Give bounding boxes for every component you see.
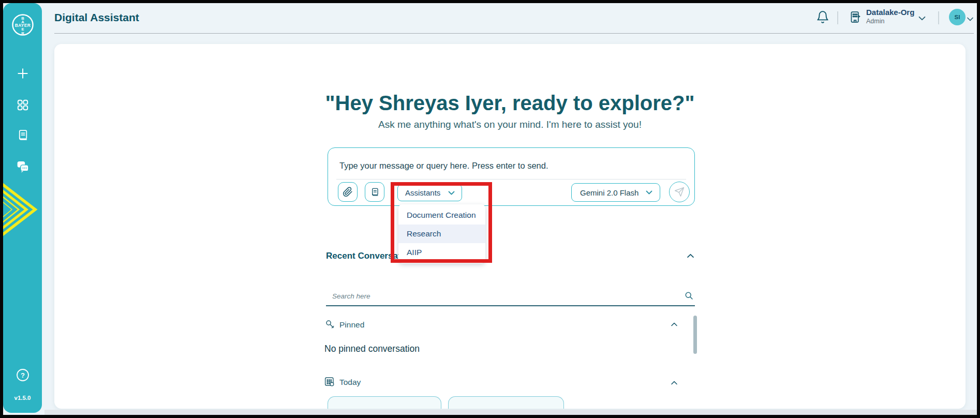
yellow-chevron-decoration: [3, 175, 42, 244]
today-section-label: Today: [339, 378, 361, 387]
svg-text:A: A: [21, 20, 24, 24]
greeting-subtitle: Ask me anything what's on your mind. I'm…: [54, 119, 966, 130]
search-input[interactable]: [331, 292, 670, 301]
send-button[interactable]: [669, 182, 690, 202]
send-paper-plane-icon: [674, 187, 685, 197]
chat-bubbles-icon: [16, 160, 29, 174]
bottom-scroll-track: [44, 410, 977, 415]
header-divider-1: [837, 11, 838, 24]
library-book-icon: [16, 129, 29, 142]
sidebar: BAYER B A E R: [3, 3, 42, 413]
apps-grid-icon: [16, 98, 29, 112]
page-title: Digital Assistant: [54, 11, 139, 24]
pin-icon: [324, 319, 335, 332]
pinned-collapse-chevron-up-icon[interactable]: [670, 320, 678, 330]
bell-icon: [816, 10, 829, 24]
dropdown-item-research[interactable]: Research: [398, 225, 485, 243]
prompt-library-book-icon: [370, 187, 380, 197]
attach-file-button[interactable]: [338, 182, 358, 202]
chevron-down-icon: [645, 189, 653, 196]
notifications-button[interactable]: [816, 10, 829, 26]
message-input[interactable]: [338, 154, 682, 177]
sidebar-item-apps[interactable]: [16, 98, 29, 112]
message-composer: Assistants Gemini 2.0 Flash: [328, 147, 695, 206]
sidebar-item-conversations[interactable]: [16, 160, 29, 174]
help-circle-icon: ?: [16, 368, 30, 382]
list-scrollbar-thumb[interactable]: [693, 316, 697, 354]
avatar[interactable]: SI: [949, 9, 966, 25]
profile-chevron-down-icon[interactable]: [967, 15, 974, 24]
assistants-dropdown-menu: Document Creation Research AIIP: [398, 204, 485, 263]
new-chat-button[interactable]: [16, 67, 29, 80]
svg-text:?: ?: [21, 371, 25, 379]
org-name: Datalake-Org: [866, 8, 914, 17]
organization-icon: [848, 10, 863, 26]
search-icon[interactable]: [684, 291, 694, 303]
conversation-card[interactable]: [448, 396, 564, 409]
org-role: Admin: [866, 18, 884, 25]
help-button[interactable]: ?: [16, 368, 30, 382]
greeting-title: "Hey Shreyas Iyer, ready to explore?": [54, 91, 966, 115]
svg-text:R: R: [21, 31, 24, 36]
bayer-logo-icon: BAYER B A E R: [11, 13, 34, 38]
dropdown-item-document-creation[interactable]: Document Creation: [398, 206, 485, 225]
dropdown-item-aiip[interactable]: AIIP: [398, 243, 485, 262]
model-selector-label: Gemini 2.0 Flash: [580, 188, 639, 197]
app-version: v1.5.0: [3, 395, 42, 401]
conversation-search: [326, 289, 695, 306]
paperclip-icon: [343, 187, 353, 197]
pinned-empty-text: No pinned conversation: [324, 344, 420, 354]
header-divider: [54, 33, 974, 34]
sidebar-item-library[interactable]: [16, 129, 29, 142]
conversation-card[interactable]: [328, 396, 441, 409]
model-selector-button[interactable]: Gemini 2.0 Flash: [571, 183, 660, 202]
app-window: BAYER B A E R: [0, 0, 980, 418]
chevron-down-icon: [448, 190, 455, 196]
recent-collapse-chevron-up-icon[interactable]: [686, 252, 695, 261]
composer-divider: [336, 179, 686, 180]
assistants-dropdown-button[interactable]: Assistants: [397, 184, 462, 201]
chevron-down-icon[interactable]: [918, 14, 926, 24]
prompt-library-button[interactable]: [365, 182, 384, 202]
header-divider-2: [938, 11, 939, 24]
plus-icon: [16, 67, 29, 80]
calendar-today-icon: [323, 376, 335, 390]
assistants-dropdown-label: Assistants: [405, 188, 440, 197]
pinned-section-label: Pinned: [339, 320, 364, 330]
today-collapse-chevron-up-icon[interactable]: [670, 379, 678, 388]
